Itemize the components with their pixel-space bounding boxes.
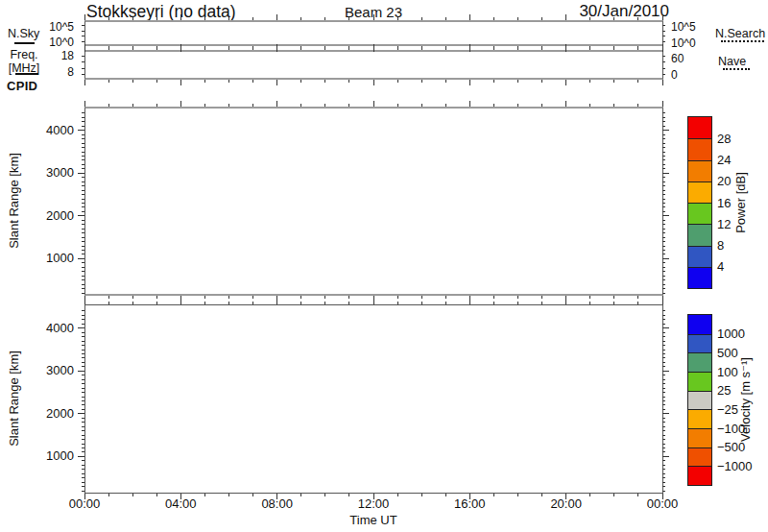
y-tick bbox=[662, 350, 665, 351]
x-tick bbox=[300, 17, 301, 20]
x-tick bbox=[228, 80, 229, 83]
x-tick bbox=[662, 299, 663, 304]
x-tick bbox=[637, 80, 638, 83]
x-tick bbox=[180, 101, 181, 107]
y-tick bbox=[82, 121, 84, 122]
x-tick bbox=[421, 494, 422, 496]
y-tick bbox=[662, 130, 669, 131]
x-tick bbox=[662, 80, 663, 85]
y-tick bbox=[662, 237, 665, 238]
x-tick bbox=[84, 299, 85, 304]
y-tick bbox=[82, 383, 84, 384]
x-tick bbox=[252, 104, 253, 107]
x-tick bbox=[180, 14, 181, 20]
x-tick bbox=[348, 17, 349, 20]
velocity-colorbar-segment bbox=[688, 352, 711, 372]
x-tick bbox=[637, 47, 638, 50]
velocity-colorbar bbox=[687, 314, 712, 486]
x-tick bbox=[84, 101, 85, 107]
x-tick bbox=[252, 296, 253, 299]
x-tick bbox=[180, 80, 181, 85]
sky-noise-panel bbox=[84, 20, 663, 46]
power-colorbar-segment bbox=[688, 138, 711, 159]
y-tick bbox=[82, 284, 84, 285]
y-tick bbox=[78, 258, 84, 259]
strip-y-tick bbox=[82, 36, 84, 36]
strip-y-tick-label: 18 bbox=[27, 49, 74, 62]
y-tick bbox=[82, 254, 84, 254]
cpid-label: CPID bbox=[7, 80, 37, 93]
x-tick-label: 08:00 bbox=[249, 496, 306, 511]
x-tick bbox=[300, 302, 301, 304]
y-tick bbox=[662, 413, 669, 414]
y-tick bbox=[662, 220, 665, 221]
x-tick bbox=[565, 80, 566, 85]
velocity-colorbar-tick-label: 1000 bbox=[717, 326, 765, 341]
y-tick bbox=[662, 435, 665, 436]
x-tick bbox=[348, 47, 349, 50]
velocity-colorbar-tick-label: 500 bbox=[717, 346, 765, 360]
x-tick bbox=[493, 296, 494, 299]
x-tick bbox=[180, 44, 181, 50]
y-tick bbox=[662, 215, 669, 216]
x-tick bbox=[204, 80, 205, 83]
y-tick bbox=[82, 203, 84, 204]
x-tick bbox=[373, 299, 374, 304]
x-tick bbox=[445, 296, 446, 299]
y-tick bbox=[82, 400, 84, 401]
superdarn-summary-plot: Stokkseyri (no data) Beam 23 30/Jan/2010… bbox=[0, 0, 768, 532]
y-tick bbox=[78, 130, 84, 131]
x-tick bbox=[469, 44, 470, 50]
y-tick bbox=[82, 430, 84, 431]
power-panel bbox=[84, 107, 663, 296]
y-tick bbox=[82, 232, 84, 233]
y-tick-label: 1000 bbox=[26, 448, 74, 463]
y-tick bbox=[82, 241, 84, 242]
x-tick bbox=[228, 302, 229, 304]
y-tick bbox=[82, 276, 84, 277]
y-tick bbox=[82, 143, 84, 144]
nave-legend-label: Nave bbox=[718, 56, 746, 69]
y-tick bbox=[662, 465, 665, 466]
power-colorbar-tick-label: 28 bbox=[717, 132, 765, 146]
y-tick bbox=[82, 324, 84, 325]
x-tick bbox=[300, 296, 301, 299]
x-tick bbox=[324, 80, 325, 83]
y-tick bbox=[82, 199, 84, 200]
x-tick bbox=[637, 296, 638, 299]
y-tick bbox=[662, 121, 665, 122]
strip-y-tick bbox=[82, 74, 84, 75]
x-tick bbox=[276, 80, 277, 85]
x-tick bbox=[541, 17, 542, 20]
y-tick bbox=[82, 473, 84, 474]
y-tick bbox=[662, 147, 665, 148]
y-tick bbox=[82, 447, 84, 448]
y-tick bbox=[662, 324, 665, 325]
x-tick bbox=[252, 17, 253, 20]
strip-y-tick-label: 10^5 bbox=[27, 20, 74, 34]
y-tick bbox=[82, 366, 84, 367]
strip-y-tick bbox=[662, 36, 665, 36]
x-tick bbox=[252, 80, 253, 83]
y-tick bbox=[82, 190, 84, 191]
y-tick bbox=[662, 190, 665, 191]
x-tick bbox=[156, 296, 157, 299]
x-tick bbox=[276, 14, 277, 20]
x-tick bbox=[324, 302, 325, 304]
x-tick bbox=[132, 47, 133, 50]
x-tick bbox=[517, 104, 518, 107]
y-tick bbox=[82, 404, 84, 405]
x-tick bbox=[156, 80, 157, 83]
y-tick bbox=[662, 138, 665, 139]
y-tick bbox=[82, 375, 84, 375]
x-tick bbox=[469, 299, 470, 304]
x-tick bbox=[613, 47, 614, 50]
strip-y-tick bbox=[662, 25, 665, 26]
y-tick bbox=[662, 241, 665, 242]
y-tick bbox=[662, 397, 665, 398]
x-tick bbox=[108, 47, 109, 50]
strip-y-tick-label: 10^0 bbox=[27, 36, 74, 49]
strip-y-tick bbox=[82, 56, 84, 57]
y-tick bbox=[82, 152, 84, 153]
x-tick bbox=[589, 17, 590, 20]
